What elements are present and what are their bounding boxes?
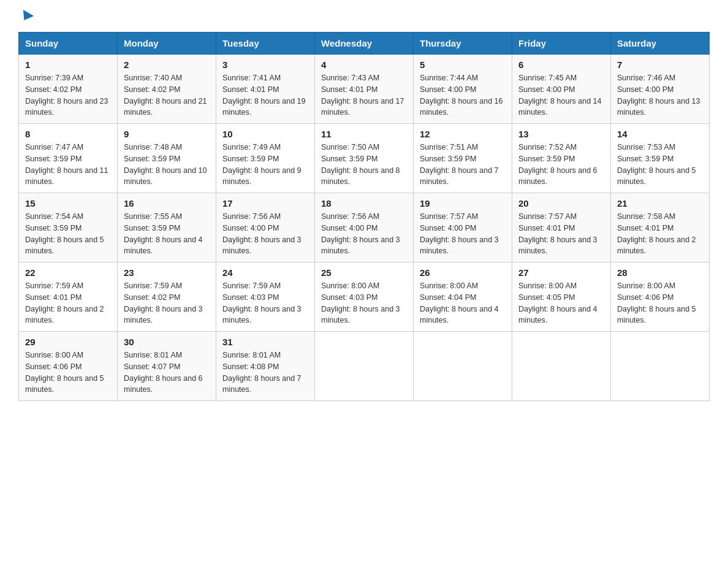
calendar-cell: 12 Sunrise: 7:51 AM Sunset: 3:59 PM Dayl… [414,124,512,193]
day-number: 5 [420,59,506,70]
calendar-cell: 17 Sunrise: 7:56 AM Sunset: 4:00 PM Dayl… [216,193,315,262]
calendar-cell: 1 Sunrise: 7:39 AM Sunset: 4:02 PM Dayli… [19,55,118,124]
calendar-cell: 24 Sunrise: 7:59 AM Sunset: 4:03 PM Dayl… [216,262,315,332]
day-info: Sunrise: 7:50 AM Sunset: 3:59 PM Dayligh… [321,142,407,188]
calendar-cell: 6 Sunrise: 7:45 AM Sunset: 4:00 PM Dayli… [512,55,611,124]
calendar-cell: 20 Sunrise: 7:57 AM Sunset: 4:01 PM Dayl… [512,193,611,262]
day-info: Sunrise: 7:57 AM Sunset: 4:01 PM Dayligh… [518,211,604,257]
calendar-header-row: SundayMondayTuesdayWednesdayThursdayFrid… [19,33,710,55]
column-header-friday: Friday [512,33,611,55]
column-header-saturday: Saturday [611,33,710,55]
day-info: Sunrise: 7:46 AM Sunset: 4:00 PM Dayligh… [617,72,703,118]
calendar-cell: 10 Sunrise: 7:49 AM Sunset: 3:59 PM Dayl… [216,124,315,193]
day-info: Sunrise: 7:59 AM Sunset: 4:01 PM Dayligh… [25,280,111,326]
day-info: Sunrise: 7:45 AM Sunset: 4:00 PM Dayligh… [518,72,604,118]
calendar-cell [315,332,414,401]
calendar-cell: 15 Sunrise: 7:54 AM Sunset: 3:59 PM Dayl… [19,193,118,262]
day-number: 1 [25,59,111,70]
day-info: Sunrise: 7:59 AM Sunset: 4:02 PM Dayligh… [124,280,210,326]
calendar-cell [414,332,512,401]
day-number: 6 [518,59,604,70]
calendar-cell: 4 Sunrise: 7:43 AM Sunset: 4:01 PM Dayli… [315,55,414,124]
day-number: 8 [25,129,111,139]
calendar-cell: 29 Sunrise: 8:00 AM Sunset: 4:06 PM Dayl… [19,332,118,401]
calendar-week-row: 1 Sunrise: 7:39 AM Sunset: 4:02 PM Dayli… [19,55,710,124]
day-info: Sunrise: 8:00 AM Sunset: 4:06 PM Dayligh… [25,350,111,396]
day-number: 9 [124,129,210,139]
day-info: Sunrise: 7:53 AM Sunset: 3:59 PM Dayligh… [617,142,703,188]
calendar-cell: 19 Sunrise: 7:57 AM Sunset: 4:00 PM Dayl… [414,193,512,262]
day-info: Sunrise: 7:48 AM Sunset: 3:59 PM Dayligh… [124,142,210,188]
column-header-monday: Monday [118,33,216,55]
calendar-cell: 7 Sunrise: 7:46 AM Sunset: 4:00 PM Dayli… [611,55,710,124]
calendar-cell: 23 Sunrise: 7:59 AM Sunset: 4:02 PM Dayl… [118,262,216,332]
calendar-cell: 13 Sunrise: 7:52 AM Sunset: 3:59 PM Dayl… [512,124,611,193]
calendar-cell: 25 Sunrise: 8:00 AM Sunset: 4:03 PM Dayl… [315,262,414,332]
calendar-week-row: 29 Sunrise: 8:00 AM Sunset: 4:06 PM Dayl… [19,332,710,401]
day-info: Sunrise: 7:47 AM Sunset: 3:59 PM Dayligh… [25,142,111,188]
day-info: Sunrise: 7:43 AM Sunset: 4:01 PM Dayligh… [321,72,407,118]
calendar-cell: 11 Sunrise: 7:50 AM Sunset: 3:59 PM Dayl… [315,124,414,193]
day-info: Sunrise: 7:57 AM Sunset: 4:00 PM Dayligh… [420,211,506,257]
calendar-cell: 22 Sunrise: 7:59 AM Sunset: 4:01 PM Dayl… [19,262,118,332]
calendar-cell: 3 Sunrise: 7:41 AM Sunset: 4:01 PM Dayli… [216,55,315,124]
day-number: 26 [420,267,506,278]
calendar-cell: 27 Sunrise: 8:00 AM Sunset: 4:05 PM Dayl… [512,262,611,332]
day-number: 24 [222,267,308,278]
day-number: 2 [124,59,210,70]
logo [18,12,32,21]
day-number: 15 [25,198,111,209]
calendar-cell: 28 Sunrise: 8:00 AM Sunset: 4:06 PM Dayl… [611,262,710,332]
day-number: 25 [321,267,407,278]
day-number: 7 [617,59,703,70]
calendar-cell: 8 Sunrise: 7:47 AM Sunset: 3:59 PM Dayli… [19,124,118,193]
day-info: Sunrise: 7:58 AM Sunset: 4:01 PM Dayligh… [617,211,703,257]
day-info: Sunrise: 7:56 AM Sunset: 4:00 PM Dayligh… [321,211,407,257]
calendar-week-row: 8 Sunrise: 7:47 AM Sunset: 3:59 PM Dayli… [19,124,710,193]
day-info: Sunrise: 7:40 AM Sunset: 4:02 PM Dayligh… [124,72,210,118]
calendar-table: SundayMondayTuesdayWednesdayThursdayFrid… [18,32,710,401]
calendar-cell: 9 Sunrise: 7:48 AM Sunset: 3:59 PM Dayli… [118,124,216,193]
day-number: 28 [617,267,703,278]
day-info: Sunrise: 7:52 AM Sunset: 3:59 PM Dayligh… [518,142,604,188]
day-info: Sunrise: 7:59 AM Sunset: 4:03 PM Dayligh… [222,280,308,326]
day-info: Sunrise: 7:51 AM Sunset: 3:59 PM Dayligh… [420,142,506,188]
day-number: 12 [420,129,506,139]
calendar-week-row: 22 Sunrise: 7:59 AM Sunset: 4:01 PM Dayl… [19,262,710,332]
day-info: Sunrise: 7:56 AM Sunset: 4:00 PM Dayligh… [222,211,308,257]
day-info: Sunrise: 7:41 AM Sunset: 4:01 PM Dayligh… [222,72,308,118]
day-number: 31 [222,337,308,347]
calendar-cell: 30 Sunrise: 8:01 AM Sunset: 4:07 PM Dayl… [118,332,216,401]
day-number: 16 [124,198,210,209]
day-number: 13 [518,129,604,139]
logo-triangle-icon [19,10,34,23]
calendar-cell: 21 Sunrise: 7:58 AM Sunset: 4:01 PM Dayl… [611,193,710,262]
day-info: Sunrise: 8:01 AM Sunset: 4:08 PM Dayligh… [222,350,308,396]
column-header-wednesday: Wednesday [315,33,414,55]
day-info: Sunrise: 8:00 AM Sunset: 4:06 PM Dayligh… [617,280,703,326]
calendar-cell: 14 Sunrise: 7:53 AM Sunset: 3:59 PM Dayl… [611,124,710,193]
day-number: 22 [25,267,111,278]
day-info: Sunrise: 8:00 AM Sunset: 4:05 PM Dayligh… [518,280,604,326]
day-number: 29 [25,337,111,347]
day-info: Sunrise: 7:49 AM Sunset: 3:59 PM Dayligh… [222,142,308,188]
day-number: 21 [617,198,703,209]
calendar-cell: 31 Sunrise: 8:01 AM Sunset: 4:08 PM Dayl… [216,332,315,401]
calendar-week-row: 15 Sunrise: 7:54 AM Sunset: 3:59 PM Dayl… [19,193,710,262]
day-number: 20 [518,198,604,209]
calendar-cell: 18 Sunrise: 7:56 AM Sunset: 4:00 PM Dayl… [315,193,414,262]
day-info: Sunrise: 7:44 AM Sunset: 4:00 PM Dayligh… [420,72,506,118]
day-number: 30 [124,337,210,347]
day-info: Sunrise: 8:01 AM Sunset: 4:07 PM Dayligh… [124,350,210,396]
day-number: 17 [222,198,308,209]
day-info: Sunrise: 7:54 AM Sunset: 3:59 PM Dayligh… [25,211,111,257]
day-number: 18 [321,198,407,209]
day-number: 14 [617,129,703,139]
column-header-tuesday: Tuesday [216,33,315,55]
day-info: Sunrise: 7:39 AM Sunset: 4:02 PM Dayligh… [25,72,111,118]
day-number: 10 [222,129,308,139]
calendar-cell: 26 Sunrise: 8:00 AM Sunset: 4:04 PM Dayl… [414,262,512,332]
day-number: 4 [321,59,407,70]
day-info: Sunrise: 8:00 AM Sunset: 4:03 PM Dayligh… [321,280,407,326]
day-number: 27 [518,267,604,278]
